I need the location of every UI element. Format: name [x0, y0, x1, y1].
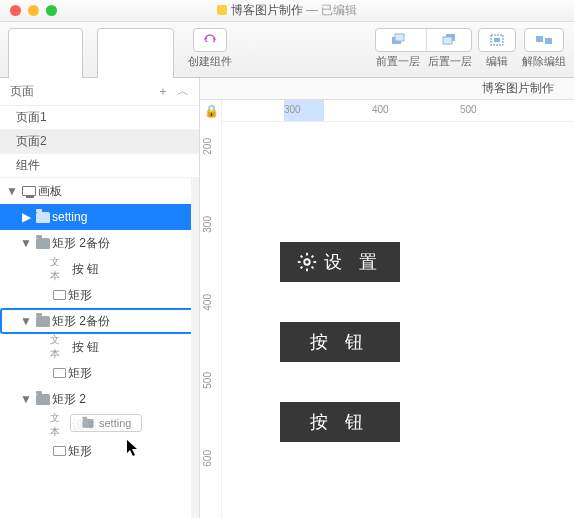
layers-panel[interactable]: ▼画板▶setting▼矩形 2备份文本按 钮矩形▼矩形 2备份文本按 钮矩形▼…	[0, 178, 199, 518]
lock-icon[interactable]: 🔒	[204, 104, 219, 118]
hruler-tick: 300	[284, 104, 301, 115]
svg-rect-6	[536, 36, 543, 42]
page-row[interactable]: 组件	[0, 154, 199, 178]
svg-rect-7	[545, 38, 552, 44]
canvas-title: 博客图片制作	[482, 80, 554, 97]
svg-point-8	[305, 259, 311, 265]
svg-line-15	[301, 267, 303, 269]
svg-line-16	[312, 256, 314, 258]
vruler-tick: 600	[202, 450, 213, 467]
window-title: 博客图片制作 — 已编辑	[0, 2, 574, 19]
ungroup-button[interactable]	[524, 28, 564, 52]
vruler-tick: 400	[202, 294, 213, 311]
app-icon	[217, 5, 227, 15]
create-component-button[interactable]	[193, 28, 227, 52]
layer-row[interactable]: 矩形	[0, 360, 199, 386]
sidebar-scrollbar[interactable]	[191, 178, 199, 518]
vertical-ruler[interactable]: 🔒 200300400500600	[200, 100, 222, 518]
page-row[interactable]: 页面1	[0, 106, 199, 130]
cursor-icon	[126, 439, 140, 457]
add-page-icon[interactable]: ＋	[157, 83, 169, 100]
sidebar: 页面 ＋ ︿ 页面1页面2组件 ▼画板▶setting▼矩形 2备份文本按 钮矩…	[0, 78, 200, 518]
page-row[interactable]: 页面2	[0, 130, 199, 154]
layer-row[interactable]: ▼矩形 2备份	[0, 308, 199, 334]
backward-label: 后置一层	[428, 54, 472, 69]
bring-forward-button[interactable]	[376, 29, 420, 51]
layer-row[interactable]: 矩形	[0, 282, 199, 308]
vruler-tick: 300	[202, 216, 213, 233]
edit-group-button[interactable]	[478, 28, 516, 52]
canvas-card[interactable]: 按 钮	[280, 322, 400, 362]
svg-line-14	[312, 267, 314, 269]
layer-row[interactable]: 文本按 钮	[0, 256, 199, 282]
canvas[interactable]: 设 置按 钮按 钮	[222, 122, 574, 518]
svg-rect-3	[443, 37, 452, 44]
send-backward-button[interactable]	[426, 29, 471, 51]
forward-label: 前置一层	[376, 54, 420, 69]
layer-row[interactable]: ▼矩形 2备份	[0, 230, 199, 256]
svg-line-13	[301, 256, 303, 258]
hruler-tick: 400	[372, 104, 389, 115]
edit-label: 编辑	[486, 54, 508, 69]
layer-row[interactable]: ▶setting	[0, 204, 199, 230]
ungroup-label: 解除编组	[522, 54, 566, 69]
svg-rect-1	[395, 34, 404, 41]
layer-row[interactable]: ▼矩形 2	[0, 386, 199, 412]
canvas-card[interactable]: 设 置	[280, 242, 400, 282]
toolbar: ＋﹀ 置入 ﹀ 素材 创建组件 前置一层 后置一层 编辑	[0, 22, 574, 78]
svg-rect-5	[494, 38, 500, 42]
horizontal-ruler[interactable]: 300400500	[222, 100, 574, 122]
pages-header: 页面	[10, 83, 34, 100]
layer-row[interactable]: ▼画板	[0, 178, 199, 204]
canvas-card[interactable]: 按 钮	[280, 402, 400, 442]
vruler-tick: 200	[202, 138, 213, 155]
vruler-tick: 500	[202, 372, 213, 389]
collapse-pages-icon[interactable]: ︿	[177, 83, 189, 100]
hruler-tick: 500	[460, 104, 477, 115]
create-component-label: 创建组件	[188, 54, 232, 69]
layer-row[interactable]: 矩形	[0, 438, 199, 464]
layer-row[interactable]: 文本按 钮	[0, 334, 199, 360]
drag-ghost: setting	[70, 414, 142, 432]
